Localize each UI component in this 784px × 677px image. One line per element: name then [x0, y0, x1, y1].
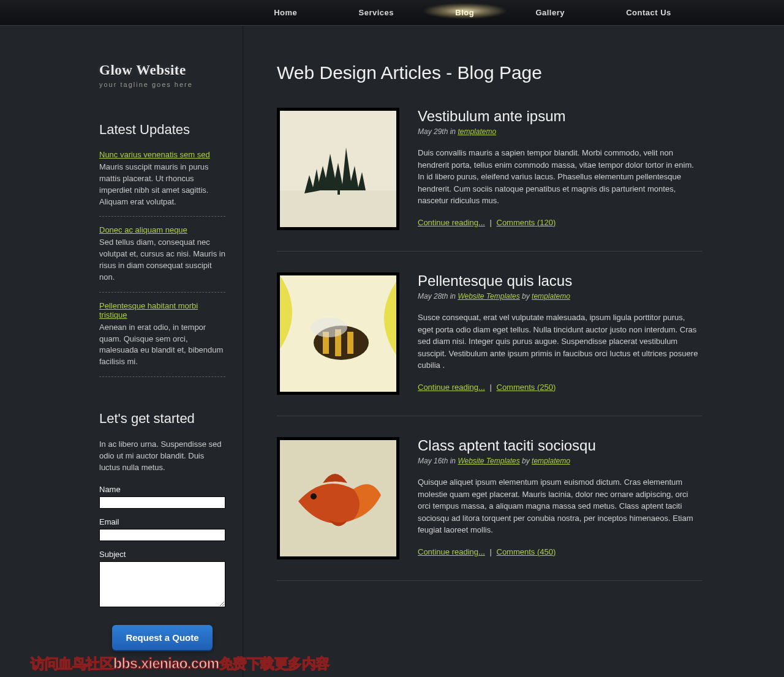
- sidebar: Glow Website your tagline goes here Late…: [82, 26, 243, 677]
- update-item: Nunc varius venenatis sem sed Mauris sus…: [99, 150, 225, 217]
- blog-post: Vestibulum ante ipsum May 29th in templa…: [277, 108, 702, 252]
- post-meta: May 28th in Website Templates by templat…: [418, 292, 702, 301]
- post-thumbnail: [277, 437, 399, 559]
- update-item: Pellentesque habitant morbi tristique Ae…: [99, 301, 225, 377]
- nav-services[interactable]: Services: [359, 0, 394, 26]
- comments-link[interactable]: Comments (120): [497, 218, 556, 227]
- post-author-link[interactable]: templatemo: [532, 292, 570, 301]
- trees-icon: [280, 111, 396, 227]
- continue-reading-link[interactable]: Continue reading...: [418, 218, 485, 227]
- nav-gallery[interactable]: Gallery: [535, 0, 565, 26]
- post-category-link[interactable]: Website Templates: [458, 457, 519, 465]
- separator: |: [487, 547, 494, 556]
- name-field[interactable]: [99, 496, 225, 509]
- svg-point-10: [311, 493, 317, 499]
- post-meta: May 16th in Website Templates by templat…: [418, 457, 702, 465]
- post-excerpt: Susce consequat, erat vel vulputate male…: [418, 312, 702, 372]
- top-nav: Home Services Blog Gallery Contact Us: [0, 0, 784, 26]
- separator: |: [487, 383, 494, 392]
- post-thumbnail: [277, 108, 399, 230]
- nav-menu: Home Services Blog Gallery Contact Us: [243, 0, 702, 26]
- post-excerpt: Duis convallis mauris a sapien tempor bl…: [418, 147, 702, 207]
- svg-rect-1: [280, 190, 396, 227]
- comments-link[interactable]: Comments (250): [497, 383, 556, 392]
- svg-rect-2: [337, 187, 340, 195]
- update-text: Sed tellus diam, consequat nec volutpat …: [99, 237, 225, 283]
- comments-link[interactable]: Comments (450): [497, 547, 556, 556]
- subject-field[interactable]: [99, 561, 225, 607]
- update-link[interactable]: Donec ac aliquam neque: [99, 225, 225, 234]
- nav-blog-label: Blog: [455, 8, 474, 17]
- email-field[interactable]: [99, 529, 225, 541]
- site-tagline: your tagline goes here: [99, 81, 225, 88]
- nav-home[interactable]: Home: [274, 0, 297, 26]
- bee-icon: [280, 275, 396, 392]
- post-title: Pellentesque quis lacus: [418, 272, 702, 290]
- page-title: Web Design Articles - Blog Page: [277, 62, 702, 83]
- continue-reading-link[interactable]: Continue reading...: [418, 383, 485, 392]
- goldfish-icon: [280, 440, 396, 556]
- site-logo: Glow Website: [99, 62, 225, 78]
- update-item: Donec ac aliquam neque Sed tellus diam, …: [99, 225, 225, 292]
- post-category-link[interactable]: Website Templates: [458, 292, 519, 301]
- svg-point-8: [311, 318, 347, 337]
- post-meta: May 29th in templatemo: [418, 127, 702, 136]
- form-intro: In ac libero urna. Suspendisse sed odio …: [99, 439, 225, 474]
- form-heading: Let's get started: [99, 411, 225, 427]
- post-title: Class aptent taciti sociosqu: [418, 437, 702, 454]
- update-link[interactable]: Nunc varius venenatis sem sed: [99, 150, 225, 159]
- updates-heading: Latest Updates: [99, 122, 225, 138]
- post-thumbnail: [277, 272, 399, 395]
- main-content: Web Design Articles - Blog Page Vestibul…: [243, 26, 702, 677]
- name-label: Name: [99, 485, 225, 494]
- blog-post: Class aptent taciti sociosqu May 16th in…: [277, 437, 702, 581]
- update-link[interactable]: Pellentesque habitant morbi tristique: [99, 301, 225, 320]
- email-label: Email: [99, 517, 225, 526]
- post-excerpt: Quisque aliquet ipsum elementum ipsum eu…: [418, 476, 702, 536]
- subject-label: Subject: [99, 550, 225, 559]
- nav-contact[interactable]: Contact Us: [626, 0, 671, 26]
- svg-rect-7: [347, 332, 353, 354]
- blog-post: Pellentesque quis lacus May 28th in Webs…: [277, 272, 702, 416]
- post-category-link[interactable]: templatemo: [458, 127, 496, 136]
- update-text: Mauris suscipit mauris in purus mattis p…: [99, 162, 225, 208]
- separator: |: [487, 218, 494, 227]
- continue-reading-link[interactable]: Continue reading...: [418, 547, 485, 556]
- nav-blog[interactable]: Blog: [455, 0, 474, 26]
- post-author-link[interactable]: templatemo: [532, 457, 570, 465]
- update-text: Aenean in erat odio, in tempor quam. Qui…: [99, 322, 225, 368]
- request-quote-button[interactable]: Request a Quote: [112, 625, 212, 650]
- post-title: Vestibulum ante ipsum: [418, 108, 702, 125]
